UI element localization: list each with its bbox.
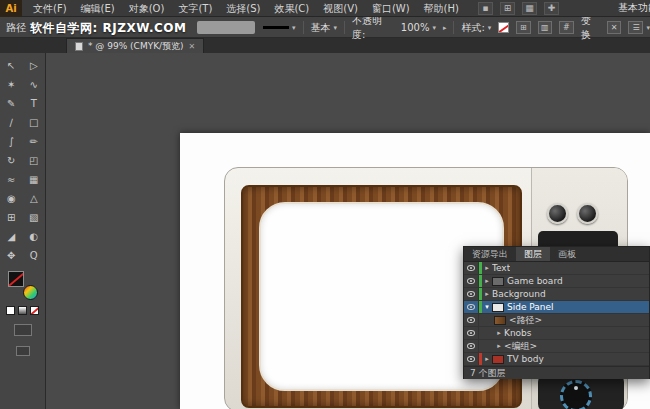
transform-label[interactable]: 变换 [581,14,600,42]
align-icon[interactable]: ▥ [538,21,553,34]
opacity-dropdown[interactable]: 100% ▾ [401,22,436,33]
visibility-toggle[interactable] [464,301,479,313]
magic-wand-tool[interactable]: ✶ [0,75,23,94]
layer-name[interactable]: Game board [507,276,563,286]
hand-tool[interactable]: ✥ [0,246,23,265]
expand-arrow-icon[interactable]: ▸ [482,264,492,272]
paintbrush-tool[interactable]: ∫ [0,132,23,151]
type-tool[interactable]: T [23,94,46,113]
layer-name[interactable]: <编组> [504,340,537,353]
pen-tool[interactable]: ✎ [0,94,23,113]
extras-icon[interactable]: ✚ [544,2,559,15]
expand-arrow-icon[interactable]: ▸ [494,342,504,350]
visibility-toggle[interactable] [464,340,479,352]
expand-arrow-icon[interactable]: ▸ [482,355,492,363]
brush-definition-dropdown[interactable]: 基本 ▾ [310,21,337,35]
layer-name[interactable]: TV body [507,354,544,364]
scale-tool[interactable]: ◰ [23,151,46,170]
visibility-toggle[interactable] [464,327,479,339]
visibility-toggle[interactable] [464,314,479,326]
layer-row-side-panel[interactable]: ▾ Side Panel [464,301,649,314]
perspective-grid-tool[interactable]: △ [23,189,46,208]
tv-knob-right[interactable] [577,203,598,224]
layer-row-text[interactable]: ▸ Text [464,262,649,275]
recolor-artwork-icon[interactable]: ⊞ [516,21,531,34]
menu-item-window[interactable]: 窗口(W) [365,0,417,17]
close-tab-icon[interactable]: ✕ [189,42,196,51]
stroke-color-swatch[interactable] [23,285,38,300]
line-segment-tool[interactable]: ∕ [0,113,23,132]
graphic-style-dropdown[interactable]: 样式: ▾ [461,21,491,35]
expand-arrow-icon[interactable]: ▸ [482,277,492,285]
color-button[interactable] [6,306,15,315]
shape-properties-icon[interactable]: ✕ [607,21,622,34]
zoom-tool[interactable]: Q [23,246,46,265]
layer-name[interactable]: Background [492,289,546,299]
free-transform-tool[interactable]: ▦ [23,170,46,189]
visibility-toggle[interactable] [464,275,479,287]
gradient-tool[interactable]: ▧ [23,208,46,227]
menu-item-edit[interactable]: 编辑(E) [74,0,122,17]
eyedropper-tool[interactable]: ◢ [0,227,23,246]
blend-tool[interactable]: ◐ [23,227,46,246]
expand-arrow-icon[interactable]: ▸ [494,329,504,337]
rotate-tool[interactable]: ↻ [0,151,23,170]
layer-name[interactable]: <路径> [509,314,542,327]
layers-panel-tabs: 资源导出 图层 画板 [464,247,649,262]
menu-item-effect[interactable]: 效果(C) [267,0,316,17]
stock-icon[interactable]: ⊞ [500,2,515,15]
direct-selection-tool[interactable]: ▷ [23,56,46,75]
visibility-toggle[interactable] [464,288,479,300]
panel-menu-dropdown[interactable]: ☰ ▾ [628,21,650,34]
pencil-tool[interactable]: ✏ [23,132,46,151]
expand-arrow-icon[interactable]: ▸ [443,24,447,32]
lasso-tool[interactable]: ∿ [23,75,46,94]
tab-artboards[interactable]: 画板 [550,247,584,261]
eye-icon [467,304,475,310]
mesh-tool[interactable]: ⊞ [0,208,23,227]
visibility-toggle[interactable] [464,353,479,365]
menu-item-type[interactable]: 文字(T) [171,0,219,17]
selection-tool[interactable]: ↖ [0,56,23,75]
bridge-icon[interactable]: ▪ [478,2,493,15]
tools-panel: ↖ ▷ ✶ ∿ ✎ T ∕ □ ∫ ✏ ↻ ◰ ≈ ▦ ◉ △ ⊞ ▧ ◢ ◐ … [0,53,46,409]
tab-asset-export[interactable]: 资源导出 [464,247,516,261]
collapse-arrow-icon[interactable]: ▾ [482,303,492,311]
document-tab[interactable]: * @ 99% (CMYK/预览) ✕ [66,38,204,53]
tv-knob-left[interactable] [547,203,568,224]
workspace-switcher[interactable]: 基本功能 [614,1,650,15]
menu-lines-icon: ☰ [628,21,643,34]
layer-name[interactable]: Side Panel [507,302,554,312]
fill-color-swatch[interactable] [8,271,24,287]
rectangle-tool[interactable]: □ [23,113,46,132]
fill-none-swatch[interactable] [498,22,509,33]
tv-dial-shape[interactable] [560,380,592,409]
menu-item-view[interactable]: 视图(V) [316,0,365,17]
menu-item-file[interactable]: 文件(F) [26,0,74,17]
menu-item-help[interactable]: 帮助(H) [417,0,466,17]
layer-row-tv-body[interactable]: ▸ TV body [464,353,649,366]
isolate-icon[interactable]: # [559,21,574,34]
layer-row-knobs[interactable]: ▸ Knobs [464,327,649,340]
color-mode-buttons [0,306,45,315]
arrange-docs-icon[interactable]: ▦ [522,2,537,15]
stroke-weight-dropdown[interactable]: ▾ [263,24,296,32]
layer-name[interactable]: Text [492,263,510,273]
shape-builder-tool[interactable]: ◉ [0,189,23,208]
layer-name[interactable]: Knobs [504,328,532,338]
expand-arrow-icon[interactable]: ▸ [482,290,492,298]
tab-layers[interactable]: 图层 [516,247,550,261]
layer-row-path[interactable]: <路径> [464,314,649,327]
width-tool[interactable]: ≈ [0,170,23,189]
menu-item-object[interactable]: 对象(O) [122,0,172,17]
none-button[interactable] [30,306,39,315]
visibility-toggle[interactable] [464,262,479,274]
layer-row-background[interactable]: ▸ Background [464,288,649,301]
gradient-button[interactable] [18,306,27,315]
layer-row-group[interactable]: ▸ <编组> [464,340,649,353]
screen-mode-button[interactable] [16,346,30,356]
style-label: 样式: [461,21,484,35]
layer-row-game-board[interactable]: ▸ Game board [464,275,649,288]
drawing-mode-button[interactable] [14,324,32,336]
menu-item-select[interactable]: 选择(S) [219,0,267,17]
